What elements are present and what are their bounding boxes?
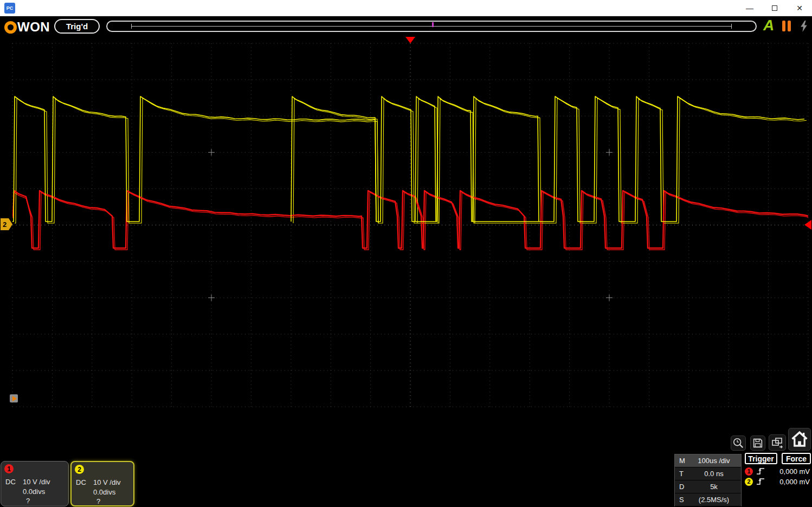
channel-2-coupling: DC (76, 478, 86, 486)
timebase-value: (2.5MS/s) (687, 496, 741, 504)
trigger-level-value: 0,000 mV (765, 467, 811, 476)
maximize-button[interactable] (762, 0, 787, 16)
channel-2-badge: 2 (745, 478, 753, 486)
timebase-key: M (675, 457, 687, 465)
channel-1-position: 0.0divs (23, 487, 45, 496)
pause-icon (788, 21, 791, 31)
timebase-row-samplerate[interactable]: S (2.5MS/s) (675, 493, 741, 506)
channel-1-coupling: DC (5, 478, 16, 486)
logo-text: WON (17, 20, 50, 35)
play-indicator-icon[interactable] (10, 394, 18, 402)
run-stop-button[interactable] (782, 21, 791, 31)
trigger-status-button[interactable]: Trig'd (54, 19, 100, 34)
channel-1-badge: 1 (4, 464, 14, 473)
timebase-row-depth[interactable]: D 5k (675, 480, 741, 493)
trigger-source-1-row[interactable]: 1 0,000 mV (745, 466, 811, 476)
trigger-level-marker-icon[interactable] (804, 220, 811, 230)
trigger-source-2-row[interactable]: 2 0,000 mV (745, 477, 811, 486)
hpos-track (131, 26, 732, 27)
timebase-key: D (675, 483, 687, 491)
channel-2-info-box[interactable]: 2 DC 10 V /div 0.0divs ? (70, 461, 134, 506)
force-button[interactable]: Force (782, 453, 811, 464)
hpos-right-tick (731, 24, 732, 29)
timebase-value: 5k (687, 483, 741, 491)
play-triangle-icon (12, 396, 17, 401)
trigger-panel-title[interactable]: Trigger (745, 453, 777, 464)
app-icon: PC (4, 3, 15, 14)
timebase-key: T (675, 470, 687, 478)
ch2-position-arrow-icon (9, 218, 12, 230)
rising-edge-icon (756, 467, 765, 475)
zoom-clock-button[interactable] (731, 435, 746, 451)
zoom-clock-icon (732, 437, 744, 449)
timebase-row-trigger-delay[interactable]: T 0.0 ns (675, 467, 741, 480)
trigger-position-marker[interactable] (432, 22, 434, 27)
ch2-position-marker[interactable]: 2 (1, 218, 12, 230)
trigger-time-marker-icon[interactable] (405, 37, 415, 43)
timebase-panel: M 100us /div T 0.0 ns D 5k S (2.5MS/s) (674, 454, 742, 506)
timebase-value: 0.0 ns (687, 470, 741, 478)
window-arrange-icon (771, 436, 784, 449)
channel-1-scale: 10 V /div (23, 478, 50, 486)
owon-logo: WON (4, 20, 50, 35)
timebase-row-main[interactable]: M 100us /div (675, 454, 741, 467)
waveform-display[interactable] (0, 0, 812, 507)
timebase-value: 100us /div (687, 457, 741, 465)
toolbar: WON Trig'd A (0, 16, 812, 37)
hpos-left-tick (131, 24, 132, 29)
close-button[interactable]: ✕ (787, 0, 812, 16)
channel-2-scale: 10 V /div (93, 478, 121, 486)
window-controls: — ✕ (737, 0, 812, 16)
maximize-icon (772, 5, 777, 11)
timebase-key: S (675, 496, 687, 504)
channel-1-badge: 1 (745, 467, 753, 476)
lightning-icon[interactable] (801, 21, 808, 32)
rising-edge-icon (756, 478, 765, 485)
logo-o-icon (4, 21, 17, 34)
home-button[interactable] (788, 428, 811, 451)
channel-2-badge: 2 (75, 465, 84, 474)
channel-1-info-box[interactable]: 1 DC 10 V /div 0.0divs ? (1, 461, 69, 506)
channel-2-position: 0.0divs (93, 488, 115, 496)
home-icon (790, 430, 809, 448)
channel-1-probe: ? (26, 497, 30, 505)
window-arrange-button[interactable] (769, 434, 786, 451)
minimize-button[interactable]: — (737, 0, 762, 16)
horizontal-position-slider[interactable] (106, 21, 757, 32)
save-button[interactable] (750, 435, 765, 451)
channel-2-probe: ? (96, 497, 100, 505)
titlebar: PC — ✕ (0, 0, 812, 16)
autoscale-button[interactable]: A (763, 17, 774, 34)
ch2-position-label: 2 (1, 218, 9, 230)
pause-icon (782, 21, 785, 31)
trigger-level-value: 0,000 mV (765, 478, 811, 486)
save-floppy-icon (752, 437, 764, 449)
